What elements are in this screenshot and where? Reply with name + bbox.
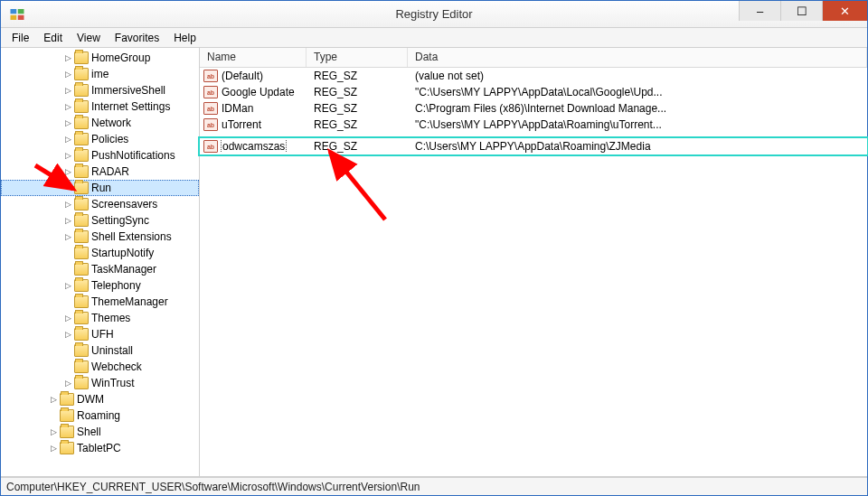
- tree-node-label: SettingSync: [91, 214, 149, 227]
- expander-icon[interactable]: ▷: [62, 215, 73, 226]
- expander-icon[interactable]: ▷: [62, 150, 73, 161]
- value-data: "C:\Users\MY LAPPY\AppData\Local\Google\…: [408, 86, 867, 98]
- tree-node-label: PushNotifications: [91, 149, 175, 162]
- folder-icon: [74, 247, 89, 259]
- tree-node-settingsync[interactable]: ▷SettingSync: [1, 212, 199, 229]
- tree-node-shell[interactable]: ▷Shell: [1, 424, 199, 440]
- tree-node-immersiveshell[interactable]: ▷ImmersiveShell: [1, 82, 199, 98]
- registry-value-row[interactable]: ab(Default)REG_SZ(value not set): [200, 68, 867, 84]
- expander-icon: [62, 264, 73, 275]
- expander-icon: [62, 296, 73, 307]
- content-area: ▷HomeGroup▷ime▷ImmersiveShell▷Internet S…: [1, 48, 867, 477]
- expander-icon[interactable]: ▷: [62, 117, 73, 128]
- tree-node-screensavers[interactable]: ▷Screensavers: [1, 196, 199, 212]
- tree-node-label: HomeGroup: [91, 51, 150, 64]
- column-header-type[interactable]: Type: [307, 48, 408, 67]
- expander-icon[interactable]: ▷: [48, 394, 59, 405]
- value-type: REG_SZ: [307, 118, 408, 131]
- tree-node-roaming[interactable]: Roaming: [1, 407, 199, 424]
- registry-value-row[interactable]: abIDManREG_SZC:\Program Files (x86)\Inte…: [200, 100, 867, 117]
- tree-node-network[interactable]: ▷Network: [1, 115, 199, 131]
- expander-icon[interactable]: ▷: [48, 426, 59, 437]
- expander-icon: [62, 248, 73, 258]
- tree-node-label: Policies: [91, 133, 128, 145]
- expander-icon[interactable]: ▷: [62, 199, 73, 210]
- value-data: "C:\Users\MY LAPPY\AppData\Roaming\uTorr…: [408, 118, 867, 131]
- tree-node-pushnotifications[interactable]: ▷PushNotifications: [1, 147, 199, 164]
- tree-node-shell-extensions[interactable]: ▷Shell Extensions: [1, 229, 199, 245]
- tree-node-taskmanager[interactable]: TaskManager: [1, 261, 199, 277]
- menu-edit[interactable]: Edit: [36, 30, 70, 46]
- folder-icon: [74, 149, 89, 162]
- tree-node-label: DWM: [77, 393, 104, 406]
- expander-icon[interactable]: ▷: [62, 69, 73, 80]
- column-header-data[interactable]: Data: [408, 48, 867, 67]
- expander-icon[interactable]: ▷: [62, 85, 73, 96]
- tree-node-run[interactable]: Run: [1, 180, 199, 196]
- app-icon: [8, 5, 26, 23]
- tree-node-homegroup[interactable]: ▷HomeGroup: [1, 50, 199, 66]
- value-name: uTorrent: [222, 118, 261, 131]
- expander-icon: [48, 410, 59, 421]
- value-name: (Default): [222, 70, 263, 82]
- tree-node-thememanager[interactable]: ThemeManager: [1, 294, 199, 310]
- registry-value-row[interactable]: abGoogle UpdateREG_SZ"C:\Users\MY LAPPY\…: [200, 84, 867, 100]
- folder-icon: [74, 165, 89, 178]
- menu-file[interactable]: File: [5, 30, 36, 46]
- column-header-name[interactable]: Name: [200, 48, 307, 67]
- expander-icon[interactable]: ▷: [62, 231, 73, 242]
- svg-line-5: [330, 152, 385, 220]
- annotation-arrow-row: [317, 143, 390, 224]
- tree-node-label: Shell Extensions: [91, 230, 172, 243]
- tree-node-dwm[interactable]: ▷DWM: [1, 391, 199, 407]
- folder-icon: [60, 426, 74, 438]
- tree-node-ime[interactable]: ▷ime: [1, 66, 199, 82]
- folder-icon: [74, 263, 89, 276]
- tree-node-label: StartupNotify: [91, 247, 154, 259]
- titlebar[interactable]: Registry Editor – ☐ ✕: [1, 1, 867, 28]
- tree-scrollarea[interactable]: ▷HomeGroup▷ime▷ImmersiveShell▷Internet S…: [1, 48, 199, 476]
- expander-icon[interactable]: ▷: [62, 52, 73, 63]
- tree-pane: ▷HomeGroup▷ime▷ImmersiveShell▷Internet S…: [1, 48, 200, 476]
- menu-view[interactable]: View: [70, 30, 108, 46]
- window-frame: Registry Editor – ☐ ✕ File Edit View Fav…: [0, 0, 868, 496]
- tree-node-tabletpc[interactable]: ▷TabletPC: [1, 440, 199, 456]
- expander-icon[interactable]: ▷: [48, 443, 59, 454]
- tree-node-webcheck[interactable]: Webcheck: [1, 359, 199, 375]
- menu-help[interactable]: Help: [166, 30, 203, 46]
- tree-node-telephony[interactable]: ▷Telephony: [1, 277, 199, 294]
- expander-icon[interactable]: ▷: [62, 329, 73, 340]
- folder-icon: [74, 84, 89, 97]
- expander-icon[interactable]: ▷: [62, 134, 73, 145]
- tree-node-label: Internet Settings: [91, 100, 170, 113]
- expander-icon[interactable]: ▷: [62, 280, 73, 291]
- window-title: Registry Editor: [1, 7, 867, 21]
- expander-icon[interactable]: ▷: [62, 166, 73, 177]
- minimize-button[interactable]: –: [739, 1, 780, 21]
- expander-icon[interactable]: ▷: [62, 101, 73, 112]
- string-value-icon: ab: [203, 70, 218, 82]
- registry-value-row[interactable]: abodwcamszasREG_SZC:\Users\MY LAPPY\AppD…: [200, 138, 867, 154]
- tree-node-label: RADAR: [91, 165, 129, 178]
- tree-node-themes[interactable]: ▷Themes: [1, 310, 199, 326]
- folder-icon: [74, 51, 89, 64]
- expander-icon[interactable]: ▷: [62, 378, 73, 388]
- tree-node-ufh[interactable]: ▷UFH: [1, 326, 199, 342]
- tree-node-label: ime: [91, 68, 108, 80]
- tree-node-startupnotify[interactable]: StartupNotify: [1, 245, 199, 261]
- registry-value-row[interactable]: abuTorrentREG_SZ"C:\Users\MY LAPPY\AppDa…: [200, 117, 867, 133]
- tree-node-radar[interactable]: ▷RADAR: [1, 164, 199, 180]
- string-value-icon: ab: [203, 102, 218, 115]
- menu-favorites[interactable]: Favorites: [108, 30, 166, 46]
- window-controls: – ☐ ✕: [739, 1, 867, 27]
- tree-node-label: Screensavers: [91, 198, 157, 211]
- close-button[interactable]: ✕: [822, 1, 867, 21]
- tree-node-uninstall[interactable]: Uninstall: [1, 342, 199, 359]
- maximize-button[interactable]: ☐: [780, 1, 822, 21]
- tree-node-wintrust[interactable]: ▷WinTrust: [1, 375, 199, 391]
- tree-node-label: Roaming: [77, 409, 120, 422]
- expander-icon[interactable]: ▷: [62, 313, 73, 323]
- tree-node-policies[interactable]: ▷Policies: [1, 131, 199, 147]
- folder-icon: [74, 328, 89, 341]
- tree-node-internet-settings[interactable]: ▷Internet Settings: [1, 98, 199, 115]
